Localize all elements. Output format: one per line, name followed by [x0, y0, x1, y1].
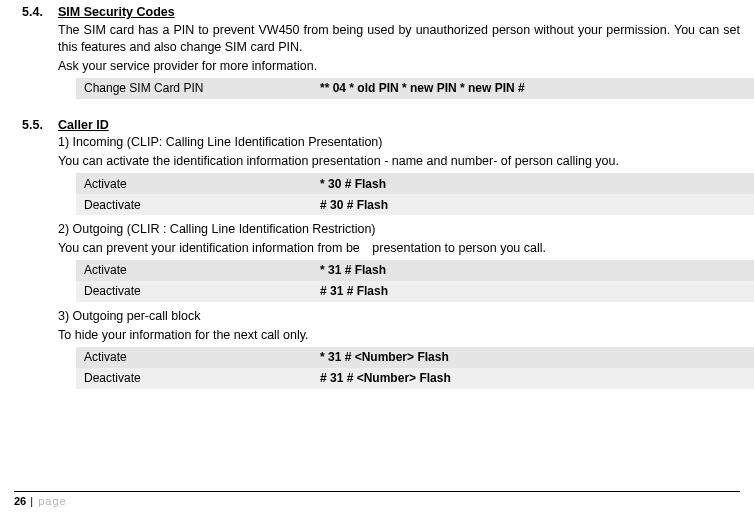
section: 5.4.SIM Security CodesThe SIM card has a… [14, 4, 740, 105]
code-value: ** 04 * old PIN * new PIN * new PIN # [312, 78, 564, 99]
code-value: # 31 # <Number> Flash [312, 368, 564, 389]
code-label: Activate [76, 173, 312, 194]
table-row: Deactivate# 30 # Flash [76, 194, 754, 215]
paragraph: 1) Incoming (CLIP: Calling Line Identifi… [58, 134, 740, 151]
code-blank [564, 194, 754, 215]
table-row: Deactivate# 31 # <Number> Flash [76, 368, 754, 389]
code-value: * 31 # Flash [312, 260, 564, 281]
section-body: Caller ID1) Incoming (CLIP: Calling Line… [58, 117, 740, 395]
paragraph: You can activate the identification info… [58, 153, 740, 170]
section-title: Caller ID [58, 117, 740, 134]
table-row: Activate* 30 # Flash [76, 173, 754, 194]
page-number: 26 [14, 495, 26, 507]
code-blank [564, 78, 754, 99]
paragraph: The SIM card has a PIN to prevent VW450 … [58, 22, 740, 56]
section-body: SIM Security CodesThe SIM card has a PIN… [58, 4, 740, 105]
page-footer: 26 | page [14, 491, 740, 509]
code-blank [564, 260, 754, 281]
code-value: # 30 # Flash [312, 194, 564, 215]
paragraph: 3) Outgoing per-call block [58, 308, 740, 325]
code-blank [564, 173, 754, 194]
paragraph: 2) Outgoing (CLIR : Calling Line Identif… [58, 221, 740, 238]
paragraph: To hide your information for the next ca… [58, 327, 740, 344]
code-table: Activate* 31 # FlashDeactivate# 31 # Fla… [76, 260, 754, 302]
code-blank [564, 368, 754, 389]
table-row: Change SIM Card PIN** 04 * old PIN * new… [76, 78, 754, 99]
paragraph: You can prevent your identification info… [58, 240, 740, 257]
code-label: Deactivate [76, 281, 312, 302]
table-row: Activate* 31 # Flash [76, 260, 754, 281]
code-table: Activate* 31 # <Number> FlashDeactivate#… [76, 347, 754, 389]
code-table: Change SIM Card PIN** 04 * old PIN * new… [76, 78, 754, 99]
code-label: Activate [76, 260, 312, 281]
code-value: * 30 # Flash [312, 173, 564, 194]
paragraph: Ask your service provider for more infor… [58, 58, 740, 75]
table-row: Deactivate# 31 # Flash [76, 281, 754, 302]
code-label: Activate [76, 347, 312, 368]
code-label: Change SIM Card PIN [76, 78, 312, 99]
footer-label: page [38, 495, 66, 507]
code-blank [564, 347, 754, 368]
section-number: 5.4. [14, 4, 58, 21]
section-title: SIM Security Codes [58, 4, 740, 21]
code-label: Deactivate [76, 194, 312, 215]
section: 5.5.Caller ID1) Incoming (CLIP: Calling … [14, 117, 740, 395]
code-value: # 31 # Flash [312, 281, 564, 302]
code-blank [564, 281, 754, 302]
code-table: Activate* 30 # FlashDeactivate# 30 # Fla… [76, 173, 754, 215]
code-label: Deactivate [76, 368, 312, 389]
table-row: Activate* 31 # <Number> Flash [76, 347, 754, 368]
section-number: 5.5. [14, 117, 58, 134]
footer-separator: | [26, 495, 38, 507]
code-value: * 31 # <Number> Flash [312, 347, 564, 368]
